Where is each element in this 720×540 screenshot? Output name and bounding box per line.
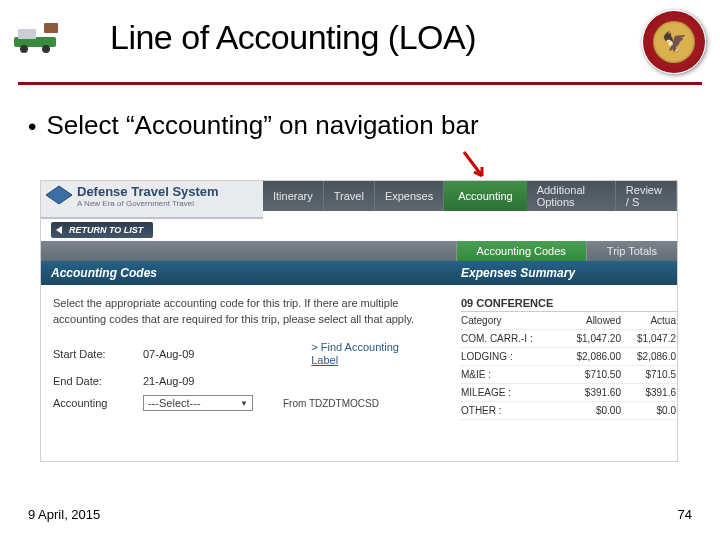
expense-row: LODGING :$2,086.00$2,086.0	[461, 348, 677, 366]
trip-name: 09 CONFERENCE	[461, 293, 677, 312]
bullet-label: Select “Accounting” on navigation bar	[46, 110, 478, 140]
svg-rect-1	[18, 29, 36, 39]
find-accounting-text2: Label	[311, 354, 399, 367]
expense-header-row: Category Allowed Actua	[461, 312, 677, 330]
footer-date: 9 April, 2015	[28, 507, 100, 522]
accounting-select[interactable]: ---Select--- ▼	[143, 395, 253, 411]
slide-title: Line of Accounting (LOA)	[110, 18, 476, 57]
sub-nav: Accounting Codes Trip Totals	[41, 241, 677, 261]
chevron-down-icon: ▼	[240, 399, 248, 408]
svg-rect-4	[44, 23, 58, 33]
subnav-trip-totals[interactable]: Trip Totals	[586, 241, 677, 261]
bullet-text: •Select “Accounting” on navigation bar	[28, 110, 479, 141]
svg-point-2	[20, 45, 28, 53]
nav-tab-travel[interactable]: Travel	[324, 181, 375, 211]
title-underline	[18, 82, 702, 85]
end-date-value: 21-Aug-09	[143, 375, 194, 387]
red-arrow-icon	[460, 150, 490, 184]
svg-marker-5	[46, 186, 72, 204]
nav-tab-additional[interactable]: Additional Options	[527, 181, 616, 211]
usmc-seal-icon: 🦅	[642, 10, 706, 74]
expense-row: OTHER :$0.00$0.0	[461, 402, 677, 420]
accounting-label: Accounting	[53, 397, 143, 409]
instructions-text: Select the appropriate accounting code f…	[53, 295, 439, 327]
dts-logo-sub: A New Era of Government Travel	[77, 199, 219, 208]
svg-point-3	[42, 45, 50, 53]
dts-diamond-icon	[44, 184, 74, 206]
return-to-list-button[interactable]: RETURN TO LIST	[51, 222, 153, 238]
nav-tab-itinerary[interactable]: Itinerary	[263, 181, 324, 211]
nav-tab-accounting[interactable]: Accounting	[444, 181, 526, 211]
nav-tab-expenses[interactable]: Expenses	[375, 181, 444, 211]
dts-screenshot: Defense Travel System A New Era of Gover…	[40, 180, 678, 462]
col-allowed: Allowed	[561, 315, 621, 326]
expense-row: M&IE :$710.50$710.5	[461, 366, 677, 384]
subnav-accounting-codes[interactable]: Accounting Codes	[456, 241, 586, 261]
start-date-value: 07-Aug-09	[143, 348, 194, 360]
expenses-summary-heading: Expenses Summary	[451, 261, 677, 285]
start-date-label: Start Date:	[53, 348, 143, 360]
find-accounting-link[interactable]: Find Accounting Label	[311, 341, 399, 367]
expense-row: COM. CARR.-I :$1,047.20$1,047.2	[461, 330, 677, 348]
dts-logo-title: Defense Travel System	[77, 184, 219, 199]
col-category: Category	[461, 315, 561, 326]
from-text: From TDZDTMOCSD	[283, 398, 379, 409]
end-date-label: End Date:	[53, 375, 143, 387]
find-accounting-text1: Find Accounting	[311, 341, 399, 354]
truck-train-icon	[10, 15, 70, 55]
select-placeholder: ---Select---	[148, 397, 201, 409]
expense-row: MILEAGE :$391.60$391.6	[461, 384, 677, 402]
nav-tab-review[interactable]: Review / S	[616, 181, 677, 211]
dts-logo: Defense Travel System A New Era of Gover…	[41, 181, 263, 219]
footer-page-number: 74	[678, 507, 692, 522]
main-nav: Itinerary Travel Expenses Accounting Add…	[263, 181, 677, 211]
accounting-codes-heading: Accounting Codes	[41, 261, 451, 285]
col-actual: Actua	[621, 315, 676, 326]
